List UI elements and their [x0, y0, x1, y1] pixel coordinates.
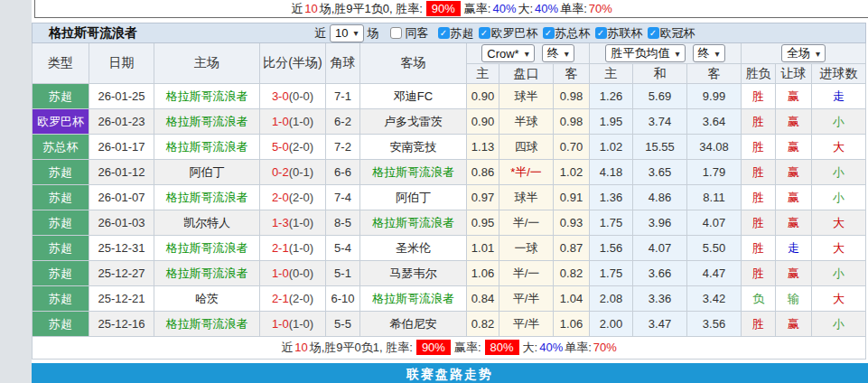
away-team[interactable]: 格拉斯哥流浪者 — [360, 160, 467, 185]
halftime-score: (2-0) — [289, 140, 313, 154]
result-handicap: 赢 — [776, 160, 812, 185]
odds-home: 0.90 — [467, 109, 499, 135]
matches-table: 格拉斯哥流浪者 近 10 ▾ 场 同客 — [32, 23, 866, 360]
league-badge: 苏超 — [33, 312, 89, 337]
handicap-line: *半/一 — [499, 160, 554, 185]
result-goals: 大 — [812, 236, 866, 261]
result-goals: 走 — [812, 84, 866, 109]
match-date: 25-12-31 — [89, 236, 154, 261]
league-badge: 苏超 — [33, 236, 89, 261]
home-team[interactable]: 格拉斯哥流浪者 — [154, 135, 260, 160]
checkbox-unchecked-icon[interactable] — [390, 27, 402, 39]
home-team[interactable]: 格拉斯哥流浪者 — [154, 84, 260, 109]
league-filter[interactable]: ✓苏联杯 — [595, 25, 643, 42]
league-badge: 苏超 — [33, 286, 89, 312]
chevron-down-icon: ▾ — [353, 28, 358, 38]
result-wdl: 胜 — [742, 261, 776, 286]
away-team[interactable]: 圣米伦 — [360, 236, 467, 261]
home-team[interactable]: 格拉斯哥流浪者 — [154, 261, 260, 286]
away-team[interactable]: 希伯尼安 — [360, 312, 467, 337]
match-count-select[interactable]: 10 ▾ — [330, 24, 364, 42]
home-team[interactable]: 格拉斯哥流浪者 — [154, 185, 260, 210]
odds-away: 0.70 — [554, 135, 590, 160]
table-row: 苏总杯26-01-17格拉斯哥流浪者5-0(2-0)7-2安南竞技1.13四球0… — [33, 135, 866, 160]
chevron-down-icon: ▾ — [565, 49, 569, 59]
avg-stage-select[interactable]: 终 ▾ — [693, 44, 725, 62]
table-row: 苏超25-12-27格拉斯哥流浪者1-0(0-0)5-1马瑟韦尔1.06半/一0… — [33, 261, 866, 286]
avg-type-select[interactable]: 胜平负均值 ▾ — [605, 44, 685, 62]
home-team[interactable]: 格拉斯哥流浪者 — [154, 312, 260, 337]
summary-segment: 40% — [539, 341, 563, 354]
top-summary-strip: 近10场,胜9平1负0, 胜率:90%赢率:40%大:40%单率:70% — [34, 0, 868, 18]
match-date: 25-12-16 — [89, 312, 154, 337]
away-team[interactable]: 安南竞技 — [360, 135, 467, 160]
odds-stage-select[interactable]: 终 ▾ — [542, 44, 574, 62]
halftime-score: (2-0) — [289, 292, 313, 305]
summary-segment: 大: — [518, 2, 533, 15]
league-trend-bar[interactable]: 联赛盘路走势 — [32, 363, 868, 383]
page-content: 近10场,胜9平1负0, 胜率:90%赢率:40%大:40%单率:70% 格拉斯… — [32, 0, 868, 383]
away-team[interactable]: 马瑟韦尔 — [360, 261, 467, 286]
halftime-score: (1-0) — [289, 115, 313, 128]
same-venue-filter[interactable]: 同客 — [390, 25, 429, 42]
league-filter-label: 苏超 — [451, 25, 474, 42]
chevron-down-icon: ▾ — [715, 49, 720, 59]
away-team[interactable]: 格拉斯哥流浪者 — [360, 286, 467, 312]
chevron-down-icon: ▾ — [525, 49, 529, 59]
avg-draw: 15.55 — [633, 135, 687, 160]
result-wdl: 胜 — [742, 160, 776, 185]
checkbox-checked-icon[interactable]: ✓ — [543, 27, 555, 39]
bottom-summary: 近10场,胜9平0负1, 胜率:90%赢率:80%大:40%单率:70% — [33, 337, 866, 360]
checkbox-checked-icon[interactable]: ✓ — [595, 27, 607, 39]
home-team[interactable]: 格拉斯哥流浪者 — [154, 109, 260, 135]
avg-away: 4.47 — [687, 261, 742, 286]
col-header-home: 主场 — [154, 43, 260, 84]
table-row: 苏超26-01-12阿伯丁0-2(0-1)6-6格拉斯哥流浪者0.86*半/一1… — [33, 160, 866, 185]
home-team[interactable]: 凯尔特人 — [154, 210, 260, 236]
scope-select[interactable]: 全场 ▾ — [781, 44, 826, 62]
avg-draw: 5.69 — [633, 84, 687, 109]
avg-away: 3.42 — [687, 286, 742, 312]
bookmaker-value: Crow* — [487, 47, 518, 61]
away-team[interactable]: 阿伯丁 — [360, 185, 467, 210]
odds-away: 0.87 — [554, 236, 590, 261]
league-filter[interactable]: ✓苏总杯 — [543, 25, 591, 42]
handicap-line: 一球 — [499, 236, 554, 261]
home-team[interactable]: 格拉斯哥流浪者 — [154, 236, 260, 261]
checkbox-checked-icon[interactable]: ✓ — [479, 27, 490, 39]
summary-segment: 赢率: — [454, 341, 481, 354]
league-filter-label: 欧冠杯 — [660, 25, 695, 42]
home-team[interactable]: 阿伯丁 — [154, 160, 260, 185]
scope-select-cell: 全场 ▾ — [742, 43, 866, 64]
col-header-odds-line: 盘口 — [499, 64, 554, 84]
result-goals: 大 — [812, 210, 866, 236]
score: 1-0(0-0) — [260, 261, 326, 286]
away-team[interactable]: 邓迪FC — [360, 84, 467, 109]
checkbox-checked-icon[interactable]: ✓ — [648, 27, 659, 39]
home-team[interactable]: 哈茨 — [154, 286, 260, 312]
avg-away: 9.99 — [687, 84, 742, 109]
result-wdl: 胜 — [742, 312, 776, 337]
league-filter[interactable]: ✓欧冠杯 — [648, 25, 695, 42]
summary-segment: 单率: — [565, 341, 592, 354]
checkbox-checked-icon[interactable]: ✓ — [438, 27, 450, 39]
match-date: 26-01-25 — [89, 84, 154, 109]
away-team[interactable]: 卢多戈雷茨 — [360, 109, 467, 135]
result-handicap: 赢 — [776, 109, 812, 135]
league-filter[interactable]: ✓苏超 — [438, 25, 474, 42]
table-row: 欧罗巴杯26-01-23格拉斯哥流浪者1-0(1-0)6-2卢多戈雷茨0.90半… — [33, 109, 866, 135]
fulltime-score: 0-2 — [272, 165, 289, 179]
avg-draw: 4.07 — [633, 236, 687, 261]
matches-label: 场 — [368, 25, 379, 42]
away-team[interactable]: 格拉斯哥流浪者 — [360, 210, 467, 236]
odds-home: 0.95 — [467, 210, 499, 236]
summary-segment: 10 — [294, 341, 307, 354]
chevron-down-icon: ▾ — [675, 49, 679, 59]
league-filter[interactable]: ✓欧罗巴杯 — [479, 25, 538, 42]
col-header-avg-draw: 和 — [633, 64, 687, 84]
result-goals: 大 — [812, 286, 866, 312]
handicap-line: 平/半 — [499, 312, 554, 337]
bookmaker-select[interactable]: Crow* ▾ — [481, 44, 534, 62]
odds-home: 0.84 — [467, 286, 499, 312]
avg-draw: 4.86 — [633, 185, 687, 210]
